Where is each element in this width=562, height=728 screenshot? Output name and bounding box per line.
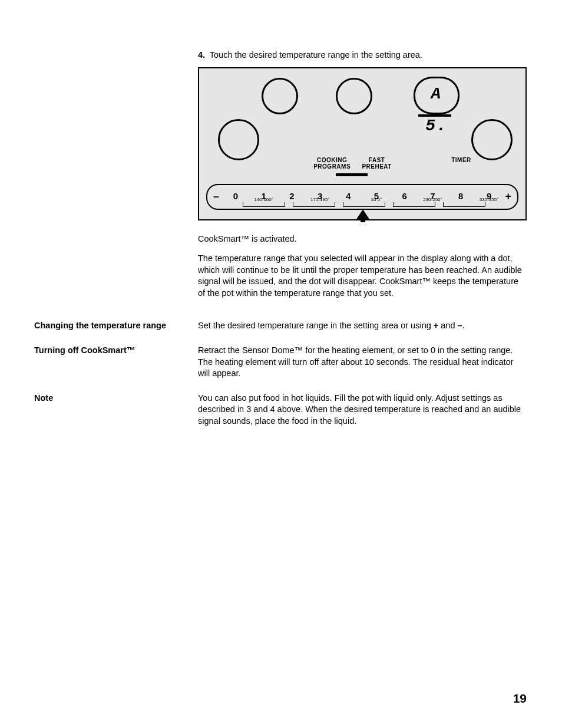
page-number: 19 <box>513 690 527 707</box>
label-cooking-programs: COOKINGPROGRAMS <box>313 157 351 170</box>
slot-6[interactable]: 6 <box>391 190 419 202</box>
range-bracket <box>343 202 385 207</box>
label-timer: TIMER <box>451 157 471 163</box>
range-bracket <box>393 202 435 207</box>
section-text: Retract the Sensor Dome™ for the heating… <box>198 345 527 380</box>
section-text: Set the desired temperature range in the… <box>198 321 465 330</box>
slot-9[interactable]: 9335-355° <box>475 190 503 202</box>
panel-labels: COOKINGPROGRAMS FASTPREHEAT TIMER <box>199 157 525 170</box>
label-fast-preheat: FASTPREHEAT <box>362 157 392 170</box>
slot-8[interactable]: 8 <box>447 190 475 202</box>
setting-area: – 0 1140-160° 2 3175-195° 4 510 5° 6 723… <box>206 184 518 210</box>
zone-indicator <box>336 78 372 114</box>
selection-bar <box>336 173 368 176</box>
paragraph: The temperature range that you selected … <box>198 253 527 299</box>
zone-indicator <box>262 78 298 114</box>
zone-indicator <box>471 119 513 160</box>
section-text: You can also put food in hot liquids. Fi… <box>198 393 527 427</box>
section-changing-range: Changing the temperature range Set the d… <box>34 320 527 332</box>
minus-control[interactable]: – <box>213 189 222 203</box>
range-bracket <box>293 202 335 207</box>
range-bracket <box>243 202 285 207</box>
display-underline <box>418 114 451 117</box>
slot-2[interactable]: 2 <box>278 190 306 202</box>
section-heading: Note <box>34 393 198 427</box>
display-readout: A 5. <box>414 77 459 114</box>
plus-control[interactable]: + <box>503 189 511 203</box>
slot-0[interactable]: 0 <box>222 190 250 202</box>
section-heading: Changing the temperature range <box>34 320 198 332</box>
zone-indicator <box>218 119 259 160</box>
range-bracket <box>443 202 485 207</box>
pointer-arrow-icon <box>356 209 369 219</box>
paragraph: CookSmart™ is activated. <box>198 233 527 245</box>
slot-1[interactable]: 1140-160° <box>250 190 278 202</box>
slot-3[interactable]: 3175-195° <box>306 190 334 202</box>
step-number: 4. <box>198 50 207 61</box>
step-text: Touch the desired temperature range in t… <box>210 50 422 60</box>
slot-4[interactable]: 4 <box>334 190 362 202</box>
slot-5[interactable]: 510 5° <box>362 190 391 202</box>
section-note: Note You can also put food in hot liquid… <box>34 393 527 427</box>
section-heading: Turning off CookSmart™ <box>34 345 198 380</box>
page: 4. Touch the desired temperature range i… <box>0 0 562 728</box>
slot-7[interactable]: 7230-250° <box>419 190 447 202</box>
step-4: 4. Touch the desired temperature range i… <box>34 50 527 307</box>
section-turning-off: Turning off CookSmart™ Retract the Senso… <box>34 345 527 380</box>
control-panel-figure: A 5. COOKINGPROGRAMS FASTPREHEAT TIMER –… <box>198 67 527 220</box>
